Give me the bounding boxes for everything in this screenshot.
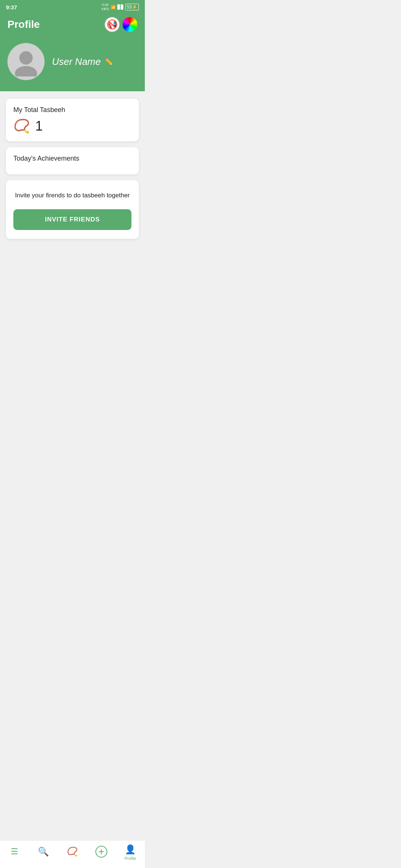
speed-indicator: 0.09KB/S [101, 3, 109, 11]
status-icons: 0.09KB/S 📶 ▊▊ 53⚡ [101, 3, 139, 11]
main-content: My Total Tasbeeh 📿 1 Today's Achievement… [0, 91, 145, 246]
no-ads-button[interactable]: 📢🚫 [105, 17, 120, 32]
achievements-card: Today's Achievements [6, 147, 139, 174]
username-row: User Name ✏️ [52, 56, 113, 68]
signal-icon: ▊▊ [117, 4, 124, 10]
tasbeeh-count: 1 [35, 118, 43, 134]
avatar-image [11, 47, 41, 76]
avatar[interactable] [7, 43, 45, 80]
page-title: Profile [7, 19, 40, 30]
username-label: User Name [52, 56, 101, 68]
achievements-card-title: Today's Achievements [13, 155, 131, 162]
profile-section: User Name ✏️ [0, 39, 145, 91]
svg-point-1 [15, 66, 37, 76]
tasbeeh-card-title: My Total Tasbeeh [13, 106, 131, 114]
svg-point-0 [19, 51, 33, 65]
total-tasbeeh-card: My Total Tasbeeh 📿 1 [6, 99, 139, 141]
invite-card: Invite your firends to do tasbeeh togeth… [6, 180, 139, 239]
invite-friends-button[interactable]: INVITE FRIENDS [13, 209, 131, 230]
prayer-beads-icon: 📿 [13, 118, 30, 134]
edit-username-icon[interactable]: ✏️ [104, 57, 113, 66]
color-wheel-button[interactable] [123, 17, 137, 32]
page-header: Profile 📢🚫 [0, 13, 145, 39]
invite-description: Invite your firends to do tasbeeh togeth… [13, 191, 131, 200]
status-bar: 9:37 0.09KB/S 📶 ▊▊ 53⚡ [0, 0, 145, 13]
header-action-icons: 📢🚫 [105, 17, 137, 32]
battery-icon: 53⚡ [125, 4, 139, 10]
tasbeeh-count-row: 📿 1 [13, 118, 131, 134]
wifi-icon: 📶 [111, 5, 116, 10]
no-ads-icon: 📢🚫 [108, 20, 117, 29]
status-time: 9:37 [6, 4, 17, 10]
